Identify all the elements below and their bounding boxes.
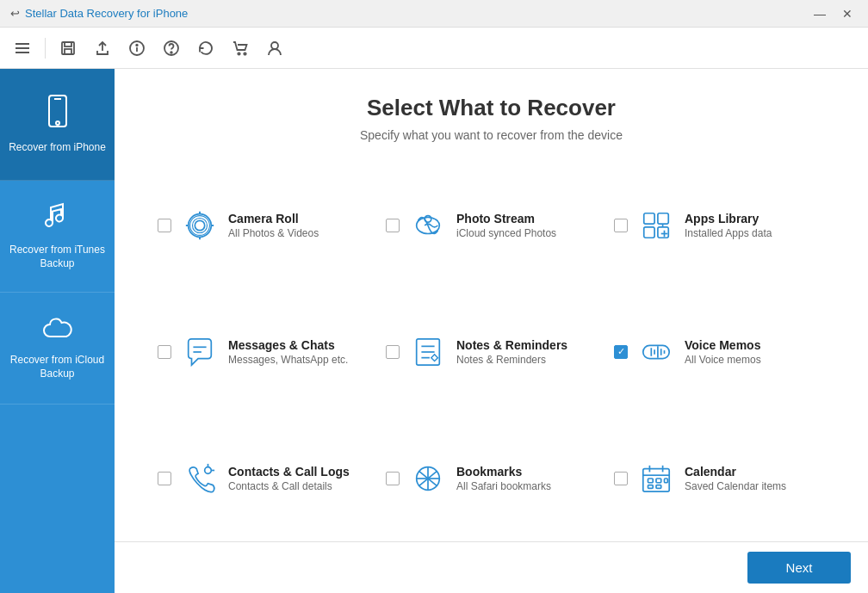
svg-rect-28 bbox=[658, 213, 668, 224]
option-voice-memos: Voice Memos All Voice memos bbox=[605, 289, 834, 416]
sidebar-item-recover-iphone[interactable]: Recover from iPhone bbox=[0, 69, 115, 181]
save-icon[interactable] bbox=[56, 36, 80, 60]
camera-roll-checkbox[interactable] bbox=[158, 219, 171, 232]
svg-rect-40 bbox=[643, 345, 669, 358]
export-icon[interactable] bbox=[90, 36, 115, 60]
bookmarks-checkbox[interactable] bbox=[386, 472, 400, 485]
option-photo-stream: Photo Stream iCloud synced Photos bbox=[377, 163, 605, 289]
voice-memos-name: Voice Memos bbox=[685, 338, 761, 352]
photo-stream-text: Photo Stream iCloud synced Photos bbox=[456, 212, 556, 239]
title-bar-controls: — ✕ bbox=[809, 3, 858, 24]
messages-chats-checkbox[interactable] bbox=[158, 345, 171, 359]
camera-roll-icon bbox=[182, 207, 218, 244]
apps-library-checkbox[interactable] bbox=[614, 219, 628, 232]
title-bar-icon: ↩ bbox=[10, 7, 20, 20]
option-calendar: Calendar Saved Calendar items bbox=[605, 415, 834, 541]
photo-stream-name: Photo Stream bbox=[456, 212, 556, 225]
option-apps-library: Apps Library Installed Apps data bbox=[605, 163, 834, 289]
svg-point-10 bbox=[170, 52, 172, 53]
bookmarks-name: Bookmarks bbox=[456, 465, 551, 479]
voice-memos-text: Voice Memos All Voice memos bbox=[685, 338, 761, 366]
toolbar-divider-1 bbox=[45, 38, 46, 59]
bookmarks-desc: All Safari bookmarks bbox=[456, 480, 551, 492]
footer: Next bbox=[115, 541, 868, 593]
option-camera-roll: Camera Roll All Photos & Videos bbox=[149, 163, 377, 289]
sidebar-item-recover-itunes[interactable]: Recover from iTunes Backup bbox=[0, 181, 115, 293]
toolbar bbox=[0, 28, 868, 69]
calendar-desc: Saved Calendar items bbox=[685, 480, 786, 492]
option-bookmarks: Bookmarks All Safari bookmarks bbox=[377, 415, 605, 541]
contacts-call-logs-name: Contacts & Call Logs bbox=[228, 465, 350, 479]
minimize-button[interactable]: — bbox=[809, 3, 830, 24]
apps-library-text: Apps Library Installed Apps data bbox=[685, 212, 772, 239]
calendar-icon bbox=[638, 460, 674, 497]
photo-stream-desc: iCloud synced Photos bbox=[456, 227, 556, 239]
svg-rect-59 bbox=[648, 479, 654, 483]
itunes-icon bbox=[44, 202, 71, 237]
menu-icon[interactable] bbox=[10, 36, 34, 60]
close-button[interactable]: ✕ bbox=[837, 3, 858, 24]
notes-reminders-checkbox[interactable] bbox=[386, 345, 400, 359]
next-button[interactable]: Next bbox=[747, 552, 851, 584]
cart-icon[interactable] bbox=[228, 36, 252, 60]
messages-chats-name: Messages & Chats bbox=[228, 338, 348, 352]
refresh-icon[interactable] bbox=[194, 36, 218, 60]
account-icon[interactable] bbox=[263, 36, 287, 60]
camera-roll-desc: All Photos & Videos bbox=[228, 227, 319, 239]
photo-stream-icon bbox=[410, 207, 446, 244]
svg-point-16 bbox=[56, 121, 59, 125]
title-bar: ↩ Stellar Data Recovery for iPhone — ✕ bbox=[0, 0, 868, 28]
calendar-text: Calendar Saved Calendar items bbox=[685, 465, 786, 492]
svg-rect-63 bbox=[665, 479, 668, 483]
sidebar-item-label-itunes: Recover from iTunes Backup bbox=[7, 244, 108, 270]
options-grid: Camera Roll All Photos & Videos Photo S bbox=[115, 163, 868, 541]
svg-point-20 bbox=[190, 216, 210, 236]
svg-point-8 bbox=[136, 44, 138, 46]
contacts-call-logs-desc: Contacts & Call details bbox=[228, 480, 350, 492]
messages-chats-icon bbox=[182, 334, 218, 370]
bookmarks-text: Bookmarks All Safari bookmarks bbox=[456, 465, 551, 492]
voice-memos-checkbox[interactable] bbox=[614, 345, 628, 359]
svg-rect-60 bbox=[656, 479, 661, 483]
icloud-icon bbox=[42, 315, 73, 347]
svg-rect-62 bbox=[656, 485, 661, 488]
contacts-call-logs-checkbox[interactable] bbox=[158, 472, 171, 485]
sidebar: Recover from iPhone Recover from iTunes … bbox=[0, 69, 115, 593]
svg-point-17 bbox=[189, 214, 212, 238]
calendar-checkbox[interactable] bbox=[614, 472, 628, 485]
title-highlight: iPhone bbox=[153, 7, 188, 20]
svg-rect-27 bbox=[644, 213, 654, 224]
svg-rect-30 bbox=[658, 227, 668, 238]
camera-roll-text: Camera Roll All Photos & Videos bbox=[228, 212, 319, 239]
messages-chats-desc: Messages, WhatsApp etc. bbox=[228, 354, 348, 366]
info-icon[interactable] bbox=[125, 36, 149, 60]
voice-memos-desc: All Voice memos bbox=[685, 354, 761, 366]
photo-stream-checkbox[interactable] bbox=[386, 219, 400, 232]
notes-reminders-desc: Notes & Reminders bbox=[456, 354, 567, 366]
sidebar-item-label-icloud: Recover from iCloud Backup bbox=[7, 354, 108, 380]
sidebar-item-recover-icloud[interactable]: Recover from iCloud Backup bbox=[0, 293, 115, 405]
svg-point-47 bbox=[205, 466, 212, 473]
svg-rect-3 bbox=[62, 42, 74, 54]
notes-reminders-name: Notes & Reminders bbox=[456, 338, 567, 352]
svg-point-18 bbox=[195, 221, 204, 231]
notes-reminders-text: Notes & Reminders Notes & Reminders bbox=[456, 338, 567, 366]
option-messages-chats: Messages & Chats Messages, WhatsApp etc. bbox=[149, 289, 377, 416]
iphone-icon bbox=[44, 95, 71, 134]
content-panel: Select What to Recover Specify what you … bbox=[115, 69, 868, 593]
content-title: Select What to Recover bbox=[132, 95, 851, 121]
sidebar-item-label-iphone: Recover from iPhone bbox=[9, 141, 106, 155]
notes-reminders-icon bbox=[410, 334, 446, 370]
contacts-call-logs-text: Contacts & Call Logs Contacts & Call det… bbox=[228, 465, 350, 492]
bookmarks-icon bbox=[410, 460, 446, 497]
apps-library-name: Apps Library bbox=[685, 212, 772, 225]
svg-rect-61 bbox=[648, 485, 654, 488]
svg-point-13 bbox=[271, 42, 278, 49]
main-area: Recover from iPhone Recover from iTunes … bbox=[0, 69, 868, 593]
title-bar-left: ↩ Stellar Data Recovery for iPhone bbox=[10, 7, 188, 20]
option-contacts-call-logs: Contacts & Call Logs Contacts & Call det… bbox=[149, 415, 377, 541]
messages-chats-text: Messages & Chats Messages, WhatsApp etc. bbox=[228, 338, 348, 366]
help-icon[interactable] bbox=[159, 36, 183, 60]
title-bar-title: Stellar Data Recovery for iPhone bbox=[25, 7, 188, 20]
svg-rect-5 bbox=[65, 49, 71, 54]
